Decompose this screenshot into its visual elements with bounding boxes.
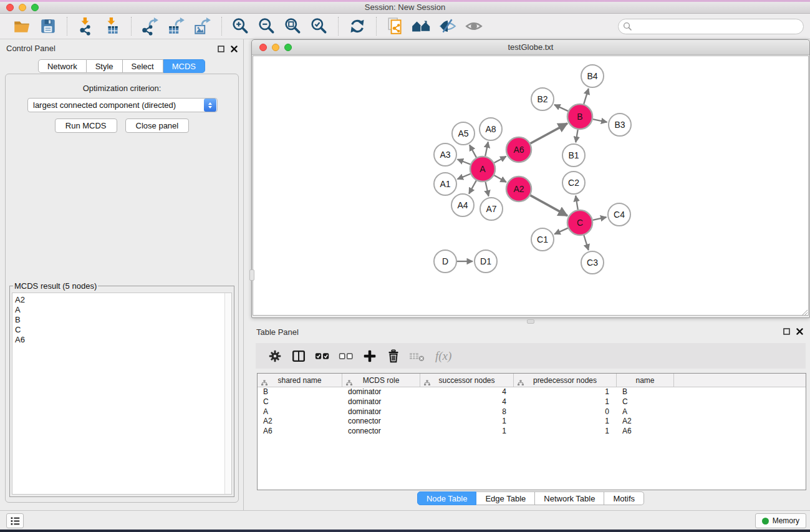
cell-MCDS-role[interactable]: dominator	[342, 397, 420, 407]
close-panel-button[interactable]: Close panel	[125, 118, 190, 133]
zoom-out-icon[interactable]	[254, 16, 280, 37]
zoom-window-icon[interactable]	[31, 4, 39, 11]
result-list-item[interactable]: A6	[15, 335, 231, 345]
close-panel-icon[interactable]	[230, 45, 238, 53]
cell-successor-nodes[interactable]: 4	[420, 397, 514, 407]
cell-shared-name[interactable]: C	[258, 397, 342, 407]
graph-edge-A-A7[interactable]	[486, 182, 489, 196]
tab-style[interactable]: Style	[87, 59, 123, 73]
float-panel-icon[interactable]	[217, 45, 225, 53]
close-window-icon[interactable]	[6, 4, 14, 11]
graph-node-B2[interactable]: B2	[531, 88, 554, 110]
cell-successor-nodes[interactable]: 8	[420, 407, 514, 417]
minimize-window-icon[interactable]	[19, 4, 26, 11]
column-header-successor-nodes[interactable]: successor nodes	[420, 374, 514, 387]
network-zoom-icon[interactable]	[284, 44, 292, 51]
tab-select[interactable]: Select	[123, 59, 163, 73]
session-network-icon[interactable]	[382, 16, 408, 37]
node-table[interactable]: shared nameMCDS rolesuccessor nodesprede…	[257, 373, 806, 490]
graph-node-D[interactable]: D	[434, 250, 456, 273]
horizontal-divider-handle[interactable]	[527, 319, 534, 324]
graph-edge-A-A3[interactable]	[458, 160, 471, 165]
column-header-MCDS-role[interactable]: MCDS role	[342, 374, 420, 387]
task-history-button[interactable]	[6, 513, 24, 528]
cell-name[interactable]: A6	[617, 427, 674, 437]
table-row[interactable]: Bdominator41B	[258, 387, 806, 397]
window-traffic-lights[interactable]	[6, 4, 39, 11]
graph-edge-C-C4[interactable]	[593, 217, 607, 220]
cell-successor-nodes[interactable]: 4	[420, 387, 514, 397]
graph-node-A6[interactable]: A6	[506, 137, 531, 162]
tab-network[interactable]: Network	[38, 59, 87, 73]
table-row[interactable]: Cdominator41C	[258, 397, 806, 407]
result-list-item[interactable]: B	[15, 315, 231, 325]
function-builder-button[interactable]: f(x)	[435, 349, 451, 363]
cell-predecessor-nodes[interactable]: 1	[514, 387, 617, 397]
graph-edge-A-A6[interactable]	[494, 157, 506, 163]
graph-edge-C-C1[interactable]	[554, 228, 568, 235]
table-settings-icon[interactable]	[264, 346, 286, 366]
cell-shared-name[interactable]: A6	[258, 427, 342, 437]
graph-node-A3[interactable]: A3	[434, 143, 456, 166]
cell-MCDS-role[interactable]: dominator	[342, 407, 420, 417]
mcds-result-list[interactable]: A2ABCA6	[12, 293, 232, 495]
table-row[interactable]: A2connector11A2	[258, 417, 806, 427]
table-row[interactable]: A6connector11A6	[258, 427, 806, 437]
cell-name[interactable]: C	[617, 397, 674, 407]
network-close-icon[interactable]	[259, 44, 267, 51]
export-table-icon[interactable]	[163, 16, 190, 37]
table-body[interactable]: Bdominator41BCdominator41CAdominator80AA…	[258, 387, 806, 437]
result-list-item[interactable]: A2	[15, 295, 231, 305]
graph-edge-B-B2[interactable]	[554, 105, 568, 111]
cell-predecessor-nodes[interactable]: 1	[514, 417, 617, 427]
tab-motifs[interactable]: Motifs	[604, 491, 644, 505]
table-header-row[interactable]: shared nameMCDS rolesuccessor nodesprede…	[258, 374, 806, 387]
cell-predecessor-nodes[interactable]: 0	[514, 407, 617, 417]
cell-predecessor-nodes[interactable]: 1	[514, 397, 617, 407]
graph-edge-C-C3[interactable]	[584, 235, 588, 250]
network-window-titlebar[interactable]: testGlobe.txt	[252, 40, 809, 55]
delete-table-icon[interactable]	[407, 346, 428, 366]
cell-MCDS-role[interactable]: connector	[342, 417, 420, 427]
table-close-panel-icon[interactable]	[796, 327, 804, 336]
graph-edge-A6-B[interactable]	[531, 123, 567, 143]
window-resize-grip-icon[interactable]	[799, 307, 808, 316]
show-columns-icon[interactable]	[288, 346, 309, 366]
graph-edge-A-A1[interactable]	[458, 174, 471, 179]
graph-node-A[interactable]: A	[470, 157, 495, 181]
graph-edge-B-B1[interactable]	[576, 130, 577, 143]
export-image-icon[interactable]	[190, 16, 216, 37]
export-network-icon[interactable]	[137, 16, 163, 37]
graph-edge-A-A2[interactable]	[494, 175, 506, 182]
graph-edge-A-A5[interactable]	[470, 145, 476, 157]
cell-successor-nodes[interactable]: 1	[420, 427, 514, 437]
tab-mcds[interactable]: MCDS	[163, 59, 205, 73]
column-header-predecessor-nodes[interactable]: predecessor nodes	[514, 374, 617, 387]
graph-node-C[interactable]: C	[567, 210, 592, 235]
graph-node-C1[interactable]: C1	[531, 228, 554, 251]
window-left-handle[interactable]	[249, 269, 254, 281]
graph-node-C4[interactable]: C4	[608, 203, 630, 226]
table-row[interactable]: Adominator80A	[258, 407, 806, 417]
graph-edge-A-A4[interactable]	[469, 180, 476, 193]
open-session-icon[interactable]	[9, 16, 35, 37]
graph-edge-A-A8[interactable]	[485, 142, 488, 157]
cell-name[interactable]: B	[617, 387, 674, 397]
graph-edge-B-B4[interactable]	[584, 89, 589, 104]
cell-successor-nodes[interactable]: 1	[420, 417, 514, 427]
delete-row-icon[interactable]	[383, 346, 404, 366]
criterion-dropdown[interactable]: largest connected component (directed)	[27, 98, 218, 112]
show-graphics-icon[interactable]	[461, 16, 487, 37]
tab-edge-table[interactable]: Edge Table	[476, 491, 535, 505]
cell-shared-name[interactable]: A	[258, 407, 342, 417]
cell-MCDS-role[interactable]: connector	[342, 427, 420, 437]
graph-node-C2[interactable]: C2	[562, 172, 585, 194]
zoom-in-icon[interactable]	[228, 16, 254, 37]
graph-node-B[interactable]: B	[567, 104, 592, 129]
deselect-all-icon[interactable]	[335, 346, 357, 366]
import-table-icon[interactable]	[99, 16, 125, 37]
graph-node-B1[interactable]: B1	[562, 144, 585, 167]
graph-node-B3[interactable]: B3	[609, 114, 631, 136]
network-graph[interactable]: B4B2BB3A5A8A6A3AB1A1A2C2A4A7C4C1CDD1C3	[253, 56, 809, 316]
result-list-scrollbar[interactable]	[224, 293, 231, 494]
